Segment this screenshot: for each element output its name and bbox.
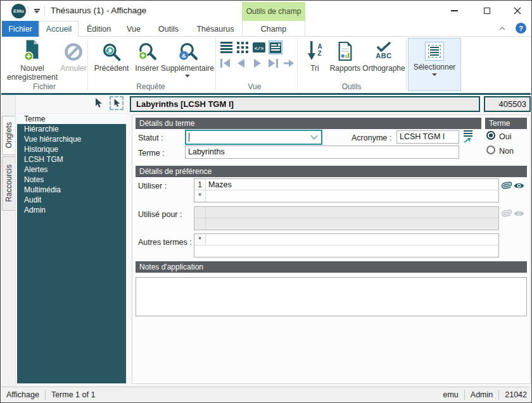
group-separator (215, 39, 216, 90)
notes-textarea[interactable] (136, 277, 527, 316)
autres-termes-table[interactable]: * (194, 233, 499, 257)
app-logo-icon: EMu (11, 4, 26, 18)
utilise-pour-table (194, 206, 499, 230)
titlebar-divider (28, 6, 28, 16)
terme-input[interactable]: Labyrinths (185, 146, 459, 159)
statut-label: Statut : (138, 133, 163, 142)
sidebar-item-audit[interactable]: Audit (17, 195, 126, 205)
previous-query-button[interactable]: Précédent (91, 38, 132, 73)
view-attachments-eye-icon[interactable] (513, 182, 525, 190)
group-label-requete: Requête (122, 82, 180, 91)
sidebar-item-lcsh-tgm[interactable]: LCSH TGM (17, 154, 126, 164)
record-number: 405503 (484, 96, 531, 112)
list-view-icon (220, 42, 232, 53)
chevron-up-icon (499, 27, 505, 30)
sidebar-item-hierarchie[interactable]: Hiérarchie (17, 124, 126, 134)
side-tab-onglets[interactable]: Onglets (2, 116, 15, 155)
valid-no-radio[interactable] (486, 146, 495, 154)
section-header-term-valid: Terme valide (485, 118, 527, 129)
record-title-bar: Labyrinths [LCSH TGM I] (130, 96, 480, 112)
previous-search-icon (102, 38, 122, 62)
autres-termes-label: Autres termes : (138, 238, 192, 247)
tab-champ[interactable]: Champ (242, 21, 305, 37)
tab-vue[interactable]: Vue (119, 21, 148, 37)
chevron-down-icon[interactable] (310, 135, 318, 140)
sidebar-item-vue-hierarchique[interactable]: Vue hiérarchique (17, 134, 126, 144)
insert-button[interactable]: Insérer (132, 38, 162, 73)
tab-fichier[interactable]: Fichier (2, 21, 39, 37)
details-view-button[interactable] (269, 40, 282, 54)
minimize-button[interactable] (440, 1, 469, 21)
select-button[interactable]: Sélectionner (408, 38, 461, 91)
section-header-notes: Notes d'application (136, 261, 527, 273)
sidebar-item-multimedia[interactable]: Multimédia (17, 185, 126, 195)
status-service: emu (443, 390, 458, 399)
side-tab-raccourcis[interactable]: Raccourcis (2, 156, 15, 211)
goto-arrow-icon (282, 58, 295, 68)
last-record-icon (267, 58, 279, 68)
svg-text:&: & (181, 52, 186, 59)
valid-no-label: Non (499, 147, 514, 156)
tab-list-sidebar: Terme Hiérarchie Vue hiérarchique Histor… (17, 113, 126, 383)
last-record-button (265, 57, 281, 70)
sidebar-item-notes[interactable]: Notes (17, 175, 126, 185)
cancel-icon (63, 38, 84, 62)
shortcut-view-button[interactable]: </> (252, 40, 266, 54)
additional-search-icon: & (178, 38, 198, 62)
collapse-ribbon-button[interactable] (498, 24, 507, 33)
group-separator (406, 39, 407, 90)
ribbon-tab-row: Fichier Accueil Édition Vue Outils Thésa… (1, 21, 531, 37)
utilise-pour-label: Utilisé pour : (138, 210, 182, 219)
list-view-button[interactable] (219, 40, 233, 54)
close-icon (514, 7, 521, 15)
status-port: 21042 (505, 390, 527, 399)
table-row (194, 245, 498, 257)
close-button[interactable] (503, 1, 532, 21)
contact-sheet-view-button[interactable] (236, 40, 250, 54)
select-mode-icon[interactable] (110, 96, 124, 110)
arrow-cursor-icon (113, 99, 121, 108)
acronyme-input[interactable]: LCSH TGM I (396, 130, 459, 144)
maximize-icon (484, 8, 490, 14)
valid-yes-radio[interactable] (486, 131, 495, 140)
sidebar-item-terme[interactable]: Terme (17, 114, 126, 124)
reports-button[interactable]: Rapports (327, 38, 364, 73)
chevron-down-icon (34, 11, 39, 13)
svg-text:</>: </> (255, 46, 264, 51)
title-bar: EMu Thésaurus (1) - Affichage Outils de … (1, 1, 531, 21)
tab-accueil[interactable]: Accueil (39, 21, 79, 37)
grid-view-icon (237, 42, 248, 53)
sort-icon: A Z (307, 38, 322, 62)
new-record-icon (22, 38, 42, 62)
tab-edition[interactable]: Édition (79, 21, 119, 37)
help-button[interactable]: ? (516, 23, 526, 34)
sidebar-item-alertes[interactable]: Alertes (17, 164, 126, 175)
sidebar-item-admin[interactable]: Admin (17, 205, 126, 215)
first-record-button (218, 57, 233, 70)
table-row: * (194, 190, 498, 202)
spelling-button[interactable]: ABC Orthographe (364, 38, 404, 73)
statut-combobox[interactable] (185, 130, 322, 145)
sort-button[interactable]: A Z Tri (303, 38, 327, 73)
arrow-cursor-icon[interactable] (94, 98, 103, 109)
maximize-button[interactable] (472, 1, 502, 21)
chevron-down-icon (432, 73, 437, 76)
utiliser-table[interactable]: 1 Mazes * (194, 178, 499, 202)
additional-query-button[interactable]: & Supplémentaire (162, 38, 213, 77)
window-title: Thésaurus (1) - Affichage (51, 6, 146, 15)
status-record-position: Terme 1 of 1 (51, 390, 95, 399)
lookup-list-icon[interactable] (464, 130, 472, 143)
text-caret (189, 133, 189, 142)
status-divider (464, 390, 465, 400)
cursor-tools (94, 96, 124, 110)
table-row: * (194, 234, 498, 245)
quick-access-customize-button[interactable] (32, 6, 42, 15)
tab-thesaurus[interactable]: Thésaurus (189, 21, 242, 37)
section-header-preference: Détails de préférence (136, 166, 527, 177)
ribbon: Nouvel enregistrement Annuler Fichier (1, 37, 531, 94)
spellcheck-icon: ABC (376, 38, 392, 62)
new-record-button[interactable]: Nouvel enregistrement (5, 38, 60, 82)
tab-outils[interactable]: Outils (148, 21, 189, 37)
sidebar-item-historique[interactable]: Historique (17, 144, 126, 154)
content-area: Onglets Raccourcis Terme Hiérarchie Vue … (1, 95, 531, 387)
